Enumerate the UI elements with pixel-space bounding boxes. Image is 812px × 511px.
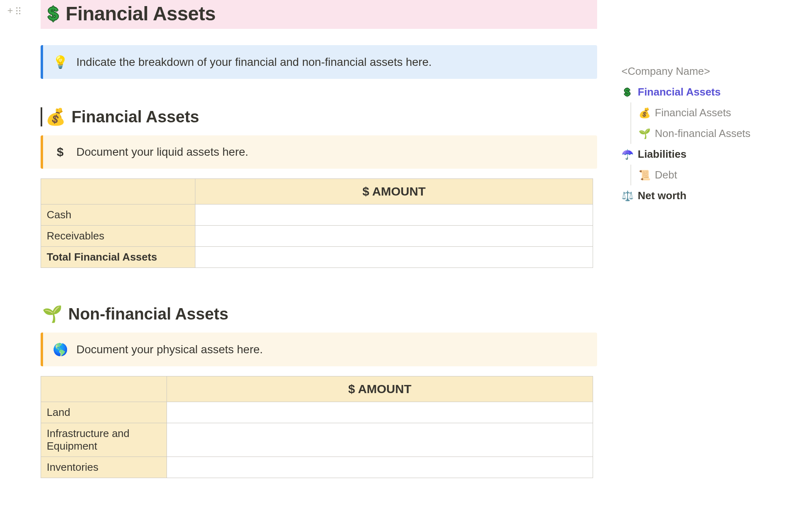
table-header-row: $ AMOUNT — [41, 376, 593, 402]
moneybag-icon: 💰 — [639, 107, 650, 119]
table-header-amount: $ AMOUNT — [195, 179, 593, 204]
scroll-icon: 📜 — [639, 170, 650, 181]
toc-company-name[interactable]: <Company Name> — [621, 61, 796, 82]
section-heading-nonfinancial[interactable]: 🌱 Non-financial Assets — [41, 304, 597, 324]
add-block-button[interactable]: + — [7, 6, 13, 15]
table-row: Receivables — [41, 226, 593, 247]
callout-financial-text: Document your liquid assets here. — [76, 146, 248, 159]
toc-company-label: <Company Name> — [621, 65, 710, 78]
row-label[interactable]: Infrastructure and Equipment — [41, 423, 167, 457]
callout-nonfinancial[interactable]: 🌎 Document your physical assets here. — [41, 333, 597, 366]
toc-label: Liabilities — [638, 148, 686, 161]
callout-nonfinancial-text: Document your physical assets here. — [76, 343, 263, 356]
table-row: Land — [41, 402, 593, 423]
callout-overview[interactable]: 💡 Indicate the breakdown of your financi… — [41, 45, 597, 79]
main-content: + $ Financial Assets 💡 Indicate the brea… — [0, 0, 597, 511]
section-heading-financial[interactable]: 💰 Financial Assets — [41, 107, 597, 126]
toc-item-liabilities[interactable]: ☂️ Liabilities — [621, 144, 796, 165]
block-controls: + — [7, 6, 21, 15]
seedling-icon: 🌱 — [639, 128, 650, 139]
row-value[interactable] — [167, 402, 593, 423]
dollar-icon: $ — [48, 4, 58, 23]
row-value-total[interactable] — [195, 247, 593, 268]
toc-item-debt[interactable]: 📜 Debt — [630, 165, 796, 185]
row-value[interactable] — [195, 204, 593, 226]
seedling-icon: 🌱 — [42, 304, 63, 324]
row-label[interactable]: Inventories — [41, 457, 167, 478]
toc-label: Financial Assets — [655, 107, 731, 119]
toc-label: Financial Assets — [638, 86, 721, 98]
moneybag-icon: 💰 — [45, 107, 66, 126]
table-header-blank — [41, 179, 195, 204]
table-of-contents: <Company Name> $ Financial Assets 💰 Fina… — [597, 0, 812, 511]
toc-label: Non-financial Assets — [655, 127, 751, 140]
row-value[interactable] — [195, 226, 593, 247]
table-header-blank — [41, 376, 167, 402]
toc-item-financial-assets-sub[interactable]: 💰 Financial Assets — [630, 102, 796, 123]
section-title-nonfinancial: Non-financial Assets — [68, 305, 228, 323]
table-financial-assets: $ AMOUNT Cash Receivables Total Financia… — [41, 178, 593, 268]
toc-item-nonfinancial-assets[interactable]: 🌱 Non-financial Assets — [630, 123, 796, 144]
table-header-row: $ AMOUNT — [41, 179, 593, 204]
row-label[interactable]: Cash — [41, 204, 195, 226]
page-title[interactable]: Financial Assets — [66, 2, 216, 25]
callout-financial[interactable]: $ Document your liquid assets here. — [41, 135, 597, 169]
lightbulb-icon: 💡 — [53, 55, 67, 69]
table-nonfinancial-assets: $ AMOUNT Land Infrastructure and Equipme… — [41, 376, 593, 478]
section-title-financial: Financial Assets — [71, 108, 199, 126]
scales-icon: ⚖️ — [621, 190, 633, 202]
row-value[interactable] — [167, 423, 593, 457]
toc-label: Net worth — [638, 189, 686, 202]
dollar-icon: $ — [621, 87, 633, 98]
page-heading-row: $ Financial Assets — [41, 0, 597, 29]
toc-item-net-worth[interactable]: ⚖️ Net worth — [621, 185, 796, 206]
table-row: Cash — [41, 204, 593, 226]
dollar-sign-icon: $ — [53, 145, 67, 159]
globe-icon: 🌎 — [53, 342, 67, 357]
callout-overview-text: Indicate the breakdown of your financial… — [76, 56, 432, 69]
umbrella-icon: ☂️ — [621, 149, 633, 160]
row-label[interactable]: Receivables — [41, 226, 195, 247]
toc-item-financial-assets[interactable]: $ Financial Assets — [621, 82, 796, 102]
toc-label: Debt — [655, 169, 677, 181]
table-header-amount: $ AMOUNT — [167, 376, 593, 402]
drag-handle-icon[interactable] — [15, 6, 21, 15]
row-label-total[interactable]: Total Financial Assets — [41, 247, 195, 268]
row-label[interactable]: Land — [41, 402, 167, 423]
row-value[interactable] — [167, 457, 593, 478]
table-row-total: Total Financial Assets — [41, 247, 593, 268]
table-row: Infrastructure and Equipment — [41, 423, 593, 457]
table-row: Inventories — [41, 457, 593, 478]
